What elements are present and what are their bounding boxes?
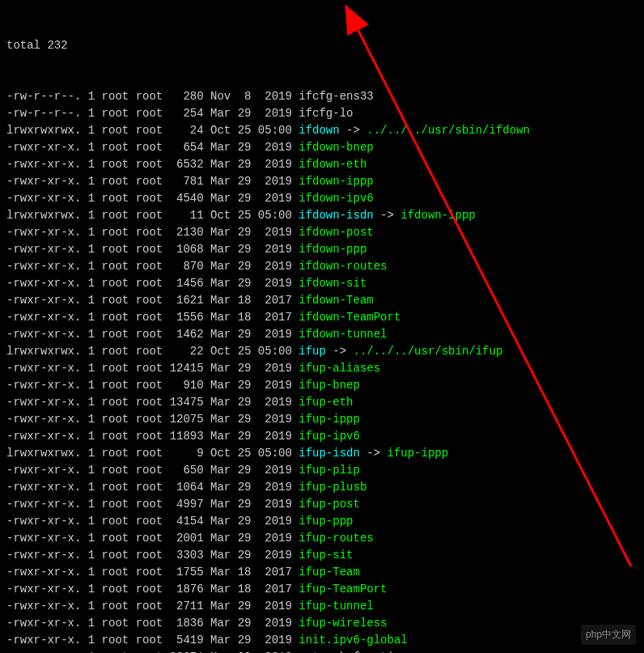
file-row: -rwxr-xr-x. 1 root root 781 Mar 29 2019 … (6, 173, 638, 190)
file-name: ifup-routes (299, 532, 373, 545)
file-meta: lrwxrwxrwx. 1 root root 9 Oct 25 05:00 (6, 447, 299, 460)
symlink-arrow: -> (374, 209, 401, 222)
file-name: ifup (299, 345, 326, 358)
file-meta: -rwxr-xr-x. 1 root root 13475 Mar 29 201… (6, 396, 299, 409)
file-meta: -rwxr-xr-x. 1 root root 4540 Mar 29 2019 (6, 192, 299, 205)
file-meta: -rw-r--r--. 1 root root 280 Nov 8 2019 (6, 90, 299, 103)
file-row: -rwxr-xr-x. 1 root root 654 Mar 29 2019 … (6, 139, 638, 156)
file-name: ifdown-Team (299, 294, 373, 307)
file-row: -rwxr-xr-x. 1 root root 6532 Mar 29 2019… (6, 156, 638, 173)
file-name: ifup-tunnel (299, 600, 373, 613)
file-name: ifdown-ppp (299, 243, 366, 256)
file-meta: -rwxr-xr-x. 1 root root 12075 Mar 29 201… (6, 413, 299, 426)
file-row: -rw-r--r--. 1 root root 280 Nov 8 2019 i… (6, 88, 638, 105)
file-row: lrwxrwxrwx. 1 root root 24 Oct 25 05:00 … (6, 122, 638, 139)
file-name: ifup-plip (299, 464, 360, 477)
file-meta: -rwxr-xr-x. 1 root root 650 Mar 29 2019 (6, 464, 299, 477)
file-row: -rwxr-xr-x. 1 root root 1462 Mar 29 2019… (6, 326, 638, 343)
file-meta: -rwxr-xr-x. 1 root root 6532 Mar 29 2019 (6, 158, 299, 171)
file-name: ifup-aliases (299, 362, 380, 375)
file-meta: -rwxr-xr-x. 1 root root 1064 Mar 29 2019 (6, 481, 299, 494)
file-row: -rwxr-xr-x. 1 root root 1064 Mar 29 2019… (6, 479, 638, 496)
file-meta: -rwxr-xr-x. 1 root root 1836 Mar 29 2019 (6, 617, 299, 630)
file-meta: -rwxr-xr-x. 1 root root 11893 Mar 29 201… (6, 430, 299, 443)
file-name: ifdown-ippp (299, 175, 373, 188)
file-meta: -rwxr-xr-x. 1 root root 1068 Mar 29 2019 (6, 243, 299, 256)
file-row: -rwxr-xr-x. 1 root root 1556 Mar 18 2017… (6, 309, 638, 326)
file-name: ifdown-ipv6 (299, 192, 373, 205)
file-row: -rwxr-xr-x. 1 root root 11893 Mar 29 201… (6, 428, 638, 445)
file-row: lrwxrwxrwx. 1 root root 9 Oct 25 05:00 i… (6, 445, 638, 462)
symlink-target: ifdown-ippp (400, 209, 475, 222)
file-name: ifcfg-ens33 (299, 90, 373, 103)
file-name: ifup-ppp (299, 515, 353, 528)
file-name: ifup-plusb (299, 481, 366, 494)
file-name: ifup-sit (299, 549, 353, 562)
file-name: init.ipv6-global (299, 634, 407, 647)
file-meta: -rwxr-xr-x. 1 root root 12415 Mar 29 201… (6, 362, 299, 375)
file-row: -rwxr-xr-x. 1 root root 12075 Mar 29 201… (6, 411, 638, 428)
file-row: -rw-r--r--. 1 root root 254 Mar 29 2019 … (6, 105, 638, 122)
file-row: -rwxr-xr-x. 1 root root 13475 Mar 29 201… (6, 394, 638, 411)
file-row: -rwxr-xr-x. 1 root root 12415 Mar 29 201… (6, 360, 638, 377)
file-row: -rwxr-xr-x. 1 root root 1876 Mar 18 2017… (6, 581, 638, 598)
file-row: -rwxr-xr-x. 1 root root 4540 Mar 29 2019… (6, 190, 638, 207)
file-list: -rw-r--r--. 1 root root 280 Nov 8 2019 i… (6, 88, 638, 653)
file-meta: -rwxr-xr-x. 1 root root 1556 Mar 18 2017 (6, 311, 299, 324)
file-name: ifdown-eth (299, 158, 366, 171)
file-row: lrwxrwxrwx. 1 root root 11 Oct 25 05:00 … (6, 207, 638, 224)
file-meta: -rwxr-xr-x. 1 root root 1621 Mar 18 2017 (6, 294, 299, 307)
file-name: ifdown (299, 124, 339, 137)
file-meta: lrwxrwxrwx. 1 root root 11 Oct 25 05:00 (6, 209, 299, 222)
symlink-arrow: -> (326, 345, 354, 358)
file-row: -rwxr-xr-x. 1 root root 910 Mar 29 2019 … (6, 377, 638, 394)
file-meta: -rwxr-xr-x. 1 root root 1462 Mar 29 2019 (6, 328, 299, 341)
file-row: lrwxrwxrwx. 1 root root 22 Oct 25 05:00 … (6, 343, 638, 360)
file-meta: -rwxr-xr-x. 1 root root 2130 Mar 29 2019 (6, 226, 299, 239)
file-row: -rwxr-xr-x. 1 root root 3303 Mar 29 2019… (6, 547, 638, 564)
file-row: -rwxr-xr-x. 1 root root 1456 Mar 29 2019… (6, 275, 638, 292)
file-name: ifdown-TeamPort (299, 311, 400, 324)
file-meta: -rwxr-xr-x. 1 root root 1876 Mar 18 2017 (6, 583, 299, 596)
file-row: -rwxr-xr-x. 1 root root 1836 Mar 29 2019… (6, 615, 638, 632)
file-row: -rwxr-xr-x. 1 root root 4154 Mar 29 2019… (6, 513, 638, 530)
file-row: -rwxr-xr-x. 1 root root 2130 Mar 29 2019… (6, 224, 638, 241)
file-meta: -rwxr-xr-x. 1 root root 5419 Mar 29 2019 (6, 634, 299, 647)
file-row: -rwxr-xr-x. 1 root root 2001 Mar 29 2019… (6, 530, 638, 547)
file-name: ifup-eth (299, 396, 353, 409)
file-row: -rwxr-xr-x. 1 root root 650 Mar 29 2019 … (6, 462, 638, 479)
file-meta: -rw-r--r--. 1 root root 254 Mar 29 2019 (6, 107, 299, 120)
file-row: -rwxr-xr-x. 1 root root 2711 Mar 29 2019… (6, 598, 638, 615)
file-meta: -rwxr-xr-x. 1 root root 1755 Mar 18 2017 (6, 566, 299, 579)
file-name: ifup-TeamPort (299, 583, 387, 596)
file-meta: lrwxrwxrwx. 1 root root 24 Oct 25 05:00 (6, 124, 299, 137)
file-row: -rwxr-xr-x. 1 root root 1068 Mar 29 2019… (6, 241, 638, 258)
file-name: ifdown-isdn (299, 209, 373, 222)
file-name: ifdown-tunnel (299, 328, 387, 341)
symlink-arrow: -> (360, 447, 388, 460)
file-meta: -rwxr-xr-x. 1 root root 654 Mar 29 2019 (6, 141, 299, 154)
terminal-output[interactable]: total 232 -rw-r--r--. 1 root root 280 No… (6, 3, 638, 653)
total-line: total 232 (6, 37, 638, 54)
file-meta: -rwxr-xr-x. 1 root root 2001 Mar 29 2019 (6, 532, 299, 545)
file-row: -rwxr-xr-x. 1 root root 870 Mar 29 2019 … (6, 258, 638, 275)
file-name: ifup-Team (299, 566, 360, 579)
file-meta: -rwxr-xr-x. 1 root root 1456 Mar 29 2019 (6, 277, 299, 290)
file-row: -rw-r--r--. 1 root root 20671 Mar 29 201… (6, 649, 638, 653)
file-meta: -rwxr-xr-x. 1 root root 4154 Mar 29 2019 (6, 515, 299, 528)
file-row: -rwxr-xr-x. 1 root root 5419 Mar 29 2019… (6, 632, 638, 649)
file-name: ifdown-post (299, 226, 373, 239)
file-meta: lrwxrwxrwx. 1 root root 22 Oct 25 05:00 (6, 345, 299, 358)
file-name: ifdown-sit (299, 277, 366, 290)
file-meta: -rwxr-xr-x. 1 root root 910 Mar 29 2019 (6, 379, 299, 392)
file-name: ifcfg-lo (299, 107, 353, 120)
file-name: ifup-ippp (299, 413, 360, 426)
symlink-target: ifup-ippp (388, 447, 449, 460)
symlink-target: ../../../usr/sbin/ifup (353, 345, 502, 358)
file-name: ifdown-bnep (299, 141, 373, 154)
file-meta: -rwxr-xr-x. 1 root root 4997 Mar 29 2019 (6, 498, 299, 511)
file-name: ifdown-routes (299, 260, 387, 273)
file-meta: -rwxr-xr-x. 1 root root 3303 Mar 29 2019 (6, 549, 299, 562)
symlink-arrow: -> (340, 124, 367, 137)
file-meta: -rwxr-xr-x. 1 root root 2711 Mar 29 2019 (6, 600, 299, 613)
